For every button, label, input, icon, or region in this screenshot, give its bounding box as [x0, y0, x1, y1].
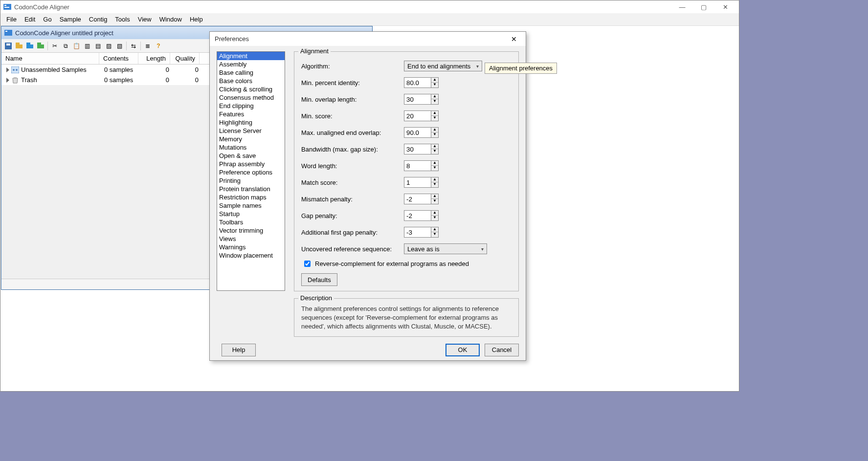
col-quality[interactable]: Quality — [170, 53, 200, 64]
spinner-buttons[interactable]: ▲▼ — [431, 194, 439, 204]
dialog-close-button[interactable]: ✕ — [507, 34, 521, 44]
menu-help[interactable]: Help — [186, 15, 207, 24]
folder-green-icon[interactable] — [36, 41, 45, 51]
ok-button[interactable]: OK — [445, 344, 480, 356]
pref-category-item[interactable]: Views — [217, 235, 285, 243]
help-button[interactable]: Help — [222, 344, 256, 356]
field-input[interactable] — [404, 160, 431, 171]
pref-category-item[interactable]: License Server — [217, 127, 285, 135]
pref-category-item[interactable]: Clicking & scrolling — [217, 85, 285, 93]
pref-category-item[interactable]: Phrap assembly — [217, 160, 285, 168]
algorithm-select[interactable]: End to end alignments ▾ — [404, 61, 482, 71]
field-input[interactable] — [404, 210, 431, 221]
pref-category-item[interactable]: Preference options — [217, 168, 285, 176]
pref-category-item[interactable]: Protein translation — [217, 185, 285, 193]
spinner-buttons[interactable]: ▲▼ — [431, 227, 439, 238]
pref-category-item[interactable]: Restriction maps — [217, 193, 285, 201]
save-icon[interactable] — [3, 41, 13, 51]
spinner-buttons[interactable]: ▲▼ — [431, 110, 439, 121]
pref-category-item[interactable]: Printing — [217, 176, 285, 185]
pref-category-item[interactable]: Toolbars — [217, 218, 285, 226]
spinner-buttons[interactable]: ▲▼ — [431, 160, 439, 171]
spin-down-icon[interactable]: ▼ — [431, 83, 438, 88]
pref-category-item[interactable]: Mutations — [217, 143, 285, 152]
paste-icon[interactable]: 📋 — [71, 41, 81, 51]
col-contents[interactable]: Contents — [99, 53, 138, 64]
reverse-complement-label[interactable]: Reverse-complement for external programs… — [315, 260, 469, 267]
spinner-buttons[interactable]: ▲▼ — [431, 177, 439, 188]
pref-category-item[interactable]: Vector trimming — [217, 226, 285, 235]
spin-down-icon[interactable]: ▼ — [431, 182, 438, 187]
open-icon[interactable] — [14, 41, 24, 51]
menu-contig[interactable]: Contig — [85, 15, 111, 24]
spinner-buttons[interactable]: ▲▼ — [431, 210, 439, 221]
tool-c-icon[interactable]: ▨ — [104, 41, 113, 51]
pref-category-item[interactable]: Window placement — [217, 251, 285, 260]
tool-e-icon[interactable]: ⇆ — [129, 41, 138, 51]
pref-category-item[interactable]: Base calling — [217, 68, 285, 77]
field-input[interactable] — [404, 227, 431, 238]
spin-down-icon[interactable]: ▼ — [431, 132, 438, 137]
pref-category-item[interactable]: Consensus method — [217, 93, 285, 102]
close-button[interactable]: ✕ — [714, 0, 736, 13]
row-quality: 0 — [172, 66, 201, 74]
menu-sample[interactable]: Sample — [56, 15, 85, 24]
folder-blue-icon[interactable] — [25, 41, 35, 51]
pref-category-item[interactable]: Alignment — [217, 52, 285, 60]
expand-icon[interactable] — [6, 78, 9, 83]
preferences-category-list[interactable]: AlignmentAssemblyBase callingBase colors… — [217, 51, 285, 291]
tool-d-icon[interactable]: ▧ — [114, 41, 124, 51]
minimize-button[interactable]: — — [671, 0, 693, 13]
menu-window[interactable]: Window — [156, 15, 186, 24]
spinner-buttons[interactable]: ▲▼ — [431, 144, 439, 154]
defaults-button[interactable]: Defaults — [301, 273, 337, 286]
cancel-button[interactable]: Cancel — [485, 344, 519, 356]
pref-category-item[interactable]: Features — [217, 110, 285, 118]
spin-down-icon[interactable]: ▼ — [431, 199, 438, 204]
field-input[interactable] — [404, 127, 431, 138]
reverse-complement-checkbox[interactable] — [304, 261, 311, 267]
svg-rect-7 — [16, 44, 22, 48]
col-name[interactable]: Name — [1, 53, 99, 64]
expand-icon[interactable] — [6, 67, 9, 72]
pref-category-item[interactable]: Warnings — [217, 243, 285, 251]
menu-edit[interactable]: Edit — [21, 15, 39, 24]
pref-category-item[interactable]: Highlighting — [217, 118, 285, 127]
pref-category-item[interactable]: Memory — [217, 135, 285, 143]
spinner-buttons[interactable]: ▲▼ — [431, 94, 439, 105]
menu-tools[interactable]: Tools — [111, 15, 134, 24]
pref-category-item[interactable]: Base colors — [217, 77, 285, 85]
field-input[interactable] — [404, 110, 431, 121]
menu-view[interactable]: View — [134, 15, 156, 24]
dialog-titlebar[interactable]: Preferences ✕ — [210, 32, 526, 46]
spin-down-icon[interactable]: ▼ — [431, 232, 438, 237]
col-length[interactable]: Length — [138, 53, 170, 64]
field-input[interactable] — [404, 77, 431, 88]
pref-category-item[interactable]: Startup — [217, 210, 285, 218]
field-input[interactable] — [404, 144, 431, 154]
pref-category-item[interactable]: End clipping — [217, 102, 285, 110]
spin-down-icon[interactable]: ▼ — [431, 216, 438, 220]
copy-icon[interactable]: ⧉ — [61, 41, 70, 51]
maximize-button[interactable]: ▢ — [693, 0, 714, 13]
spin-down-icon[interactable]: ▼ — [431, 99, 438, 104]
spin-down-icon[interactable]: ▼ — [431, 149, 438, 154]
uncovered-select[interactable]: Leave as is ▾ — [404, 243, 487, 254]
cut-icon[interactable]: ✂ — [50, 41, 60, 51]
pref-category-item[interactable]: Assembly — [217, 60, 285, 68]
tool-a-icon[interactable]: ▥ — [82, 41, 92, 51]
pref-category-item[interactable]: Sample names — [217, 201, 285, 210]
field-input[interactable] — [404, 94, 431, 105]
spinner-buttons[interactable]: ▲▼ — [431, 127, 439, 138]
field-input[interactable] — [404, 177, 431, 188]
spinner-buttons[interactable]: ▲▼ — [431, 77, 439, 88]
field-input[interactable] — [404, 194, 431, 204]
spin-down-icon[interactable]: ▼ — [431, 116, 438, 121]
spin-down-icon[interactable]: ▼ — [431, 166, 438, 171]
pref-category-item[interactable]: Open & save — [217, 152, 285, 160]
tool-f-icon[interactable]: ≣ — [143, 41, 153, 51]
menu-file[interactable]: File — [2, 15, 21, 24]
tool-b-icon[interactable]: ▤ — [93, 41, 103, 51]
help-icon[interactable]: ? — [154, 41, 163, 51]
menu-go[interactable]: Go — [39, 15, 55, 24]
